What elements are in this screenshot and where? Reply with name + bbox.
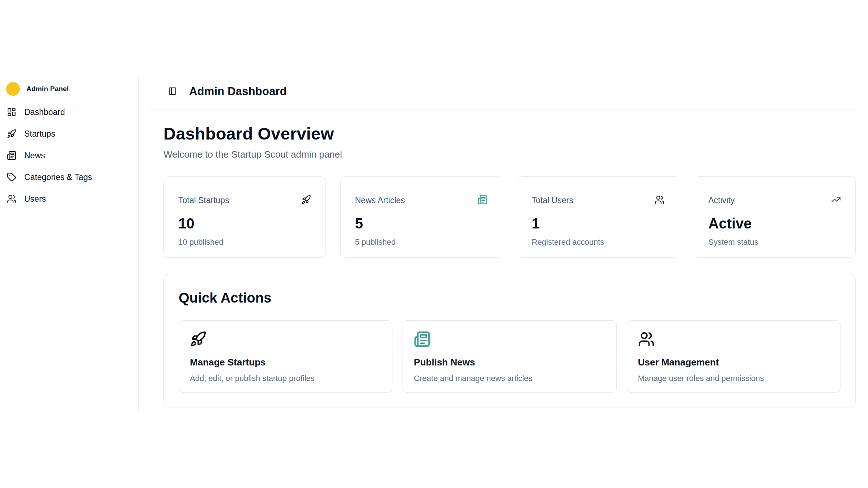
action-description: Add, edit, or publish startup profiles bbox=[190, 374, 381, 383]
stat-value: 10 bbox=[178, 215, 311, 232]
trending-up-icon bbox=[831, 195, 841, 206]
stat-value: 5 bbox=[355, 215, 488, 232]
action-card-manage-startups[interactable]: Manage Startups Add, edit, or publish st… bbox=[179, 320, 392, 393]
tag-icon bbox=[7, 172, 16, 182]
sidebar-item-startups[interactable]: Startups bbox=[6, 123, 131, 145]
sidebar-item-label: Categories & Tags bbox=[24, 172, 92, 182]
stat-card-activity: Activity Active System status bbox=[694, 176, 856, 258]
quick-actions-title: Quick Actions bbox=[179, 290, 841, 306]
sidebar-item-label: Startups bbox=[24, 129, 55, 139]
yellow-circle-logo-icon bbox=[6, 82, 20, 96]
sidebar-item-categories-tags[interactable]: Categories & Tags bbox=[6, 166, 131, 188]
stat-label: News Articles bbox=[355, 196, 405, 205]
action-description: Manage user roles and permissions bbox=[638, 374, 829, 383]
stat-value: Active bbox=[709, 215, 841, 232]
sidebar-item-dashboard[interactable]: Dashboard bbox=[6, 101, 131, 123]
action-title: Manage Startups bbox=[190, 357, 381, 368]
stat-subtext: System status bbox=[709, 237, 841, 247]
rocket-icon bbox=[301, 195, 311, 206]
action-description: Create and manage news articles bbox=[414, 374, 605, 383]
sidebar-item-users[interactable]: Users bbox=[6, 188, 131, 210]
brand-name: Admin Panel bbox=[26, 85, 69, 93]
stat-subtext: 5 published bbox=[355, 237, 488, 247]
stat-card-news-articles: News Articles 5 5 published bbox=[340, 176, 503, 258]
rocket-icon bbox=[7, 129, 16, 138]
newspaper-icon bbox=[7, 151, 16, 160]
newspaper-icon bbox=[414, 331, 605, 349]
action-title: Publish News bbox=[414, 357, 605, 368]
action-card-user-management[interactable]: User Management Manage user roles and pe… bbox=[627, 320, 841, 393]
stat-subtext: 10 published bbox=[178, 237, 311, 247]
stat-card-total-startups: Total Startups 10 10 published bbox=[163, 176, 326, 258]
sidebar-nav: Dashboard Startups News Categories & Tag… bbox=[6, 101, 131, 210]
stat-label: Total Users bbox=[532, 196, 573, 205]
brand: Admin Panel bbox=[6, 80, 131, 98]
stat-label: Total Startups bbox=[178, 196, 229, 205]
sidebar-item-label: Users bbox=[24, 194, 46, 204]
page-subtitle: Welcome to the Startup Scout admin panel bbox=[163, 149, 342, 160]
sidebar-toggle-button[interactable] bbox=[168, 87, 178, 96]
stat-value: 1 bbox=[532, 215, 664, 232]
sidebar-item-news[interactable]: News bbox=[6, 145, 131, 166]
stats-row: Total Startups 10 10 published News Arti… bbox=[163, 176, 856, 258]
topbar-divider bbox=[149, 110, 856, 110]
sidebar: Admin Panel Dashboard Startups News Cate… bbox=[0, 75, 139, 412]
layout-dashboard-icon bbox=[7, 107, 16, 117]
page-title: Dashboard Overview bbox=[163, 124, 334, 144]
topbar: Admin Dashboard bbox=[168, 82, 287, 100]
action-title: User Management bbox=[638, 357, 829, 368]
sidebar-item-label: Dashboard bbox=[24, 107, 65, 117]
users-icon bbox=[655, 195, 664, 206]
panel-left-icon bbox=[168, 87, 177, 97]
action-card-publish-news[interactable]: Publish News Create and manage news arti… bbox=[403, 320, 616, 393]
rocket-icon bbox=[190, 331, 381, 349]
stat-label: Activity bbox=[709, 196, 735, 205]
newspaper-icon bbox=[478, 195, 488, 206]
quick-actions-panel: Quick Actions Manage Startups Add, edit,… bbox=[163, 274, 856, 407]
stat-card-total-users: Total Users 1 Registered accounts bbox=[517, 176, 679, 258]
stat-subtext: Registered accounts bbox=[532, 237, 664, 247]
quick-actions-row: Manage Startups Add, edit, or publish st… bbox=[179, 320, 841, 393]
users-icon bbox=[7, 194, 16, 204]
topbar-title: Admin Dashboard bbox=[189, 85, 287, 98]
sidebar-item-label: News bbox=[24, 151, 45, 160]
users-icon bbox=[638, 331, 829, 349]
